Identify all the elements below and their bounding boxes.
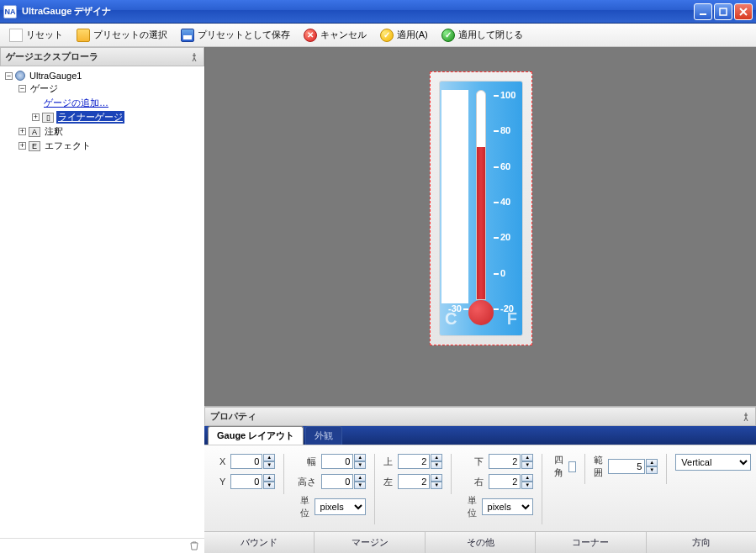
window-title: UltraGauge デザイナ — [22, 5, 694, 18]
select-preset-label: プリセットの選択 — [93, 29, 167, 41]
toolbar: リセット プリセットの選択 プリセットとして保存 ✕ キャンセル ✓ 適用(A)… — [0, 24, 756, 47]
folder-open-icon — [77, 29, 90, 42]
spin-up[interactable]: ▲ — [354, 454, 366, 461]
label-right: 右 — [474, 476, 484, 488]
tab-gauge-layout[interactable]: Gauge レイアウト — [208, 426, 304, 445]
tree-root[interactable]: − UltraGauge1 — [5, 70, 203, 82]
expander-icon[interactable]: + — [19, 142, 26, 150]
select-unit-bounds[interactable]: pixels — [315, 498, 367, 515]
apply-close-icon: ✓ — [441, 29, 455, 42]
save-preset-label: プリセットとして保存 — [198, 29, 290, 41]
tree-add-gauge[interactable]: ゲージの追加… — [32, 96, 203, 110]
maximize-button[interactable] — [714, 3, 732, 20]
select-orientation[interactable]: Vertical — [675, 454, 751, 471]
thermometer-bulb — [468, 300, 494, 325]
spin-up[interactable]: ▲ — [431, 454, 442, 461]
reset-button[interactable]: リセット — [3, 26, 69, 45]
spin-down[interactable]: ▼ — [646, 466, 658, 474]
tick-c: 0 — [441, 212, 468, 222]
cancel-label: キャンセル — [320, 29, 367, 41]
spin-down[interactable]: ▼ — [431, 461, 442, 469]
thermometer-stem — [476, 90, 486, 300]
expander-icon[interactable]: + — [19, 128, 26, 135]
close-button[interactable] — [734, 3, 753, 20]
apply-icon: ✓ — [380, 29, 394, 42]
expander-icon[interactable]: + — [32, 113, 40, 121]
spin-up[interactable]: ▲ — [646, 459, 658, 466]
fahrenheit-scale: 100806040200-20 — [494, 90, 521, 303]
input-x[interactable] — [230, 454, 262, 469]
select-unit-margin[interactable]: pixels — [482, 498, 534, 515]
input-top[interactable] — [398, 454, 430, 469]
gauge-root-icon — [15, 71, 25, 81]
input-height[interactable] — [321, 474, 353, 489]
spin-up[interactable]: ▲ — [521, 454, 533, 461]
cat-corner[interactable]: コーナー — [536, 532, 646, 553]
unit-c-label: C — [445, 309, 457, 329]
input-right[interactable] — [489, 474, 521, 489]
expander-icon[interactable]: − — [19, 85, 26, 92]
tick-f: 80 — [494, 125, 521, 135]
select-preset-button[interactable]: プリセットの選択 — [71, 26, 173, 45]
spin-down[interactable]: ▼ — [354, 482, 366, 489]
group-orientation: Vertical — [667, 454, 756, 476]
gauge-selection[interactable]: 403020100-10-20-30 100806040200-20 C F — [430, 71, 532, 345]
gauge-explorer-panel: ゲージエクスプローラ − UltraGauge1 − — [0, 47, 204, 553]
checkbox-square[interactable] — [568, 461, 576, 472]
label-unit-margin: 単位 — [460, 494, 476, 519]
label-height: 高さ — [298, 476, 316, 488]
spin-up[interactable]: ▲ — [521, 474, 533, 482]
design-canvas[interactable]: 403020100-10-20-30 100806040200-20 C F — [204, 47, 756, 406]
group-square: 四角 — [542, 454, 585, 484]
trash-icon[interactable] — [189, 540, 199, 552]
input-width[interactable] — [321, 454, 353, 469]
save-preset-button[interactable]: プリセットとして保存 — [175, 26, 296, 45]
spin-up[interactable]: ▲ — [263, 454, 275, 461]
spin-down[interactable]: ▼ — [521, 461, 533, 469]
input-y[interactable] — [230, 474, 262, 489]
pin-icon[interactable] — [742, 413, 750, 421]
spin-down[interactable]: ▼ — [354, 461, 366, 469]
cat-other[interactable]: その他 — [426, 532, 536, 553]
add-gauge-link[interactable]: ゲージの追加… — [42, 97, 110, 109]
linear-gauge-icon: ▯ — [42, 113, 54, 123]
explorer-header: ゲージエクスプローラ — [0, 47, 204, 66]
pin-icon[interactable] — [190, 53, 198, 61]
cancel-button[interactable]: ✕ キャンセル — [298, 26, 373, 45]
minimize-button[interactable] — [694, 3, 712, 20]
spin-up[interactable]: ▲ — [263, 474, 275, 482]
tick-c: 40 — [441, 90, 468, 100]
apply-button[interactable]: ✓ 適用(A) — [374, 26, 434, 45]
input-left[interactable] — [398, 474, 430, 489]
input-bottom[interactable] — [489, 454, 521, 469]
spin-up[interactable]: ▲ — [431, 474, 442, 482]
thermometer-fill — [477, 147, 485, 299]
svg-rect-1 — [720, 8, 727, 15]
spin-down[interactable]: ▼ — [431, 482, 442, 489]
tree-linear-gauge[interactable]: + ▯ ライナーゲージ — [32, 110, 203, 124]
gauge-tree[interactable]: − UltraGauge1 − ゲージ — [0, 66, 204, 538]
input-extent[interactable] — [608, 459, 645, 474]
cat-bounds[interactable]: バウンド — [204, 532, 315, 553]
group-margin-br: 下 ▲▼ 右 ▲▼ 単位 pixels — [452, 454, 542, 524]
expander-icon[interactable]: − — [5, 72, 13, 80]
label-square: 四角 — [551, 454, 563, 479]
cat-margin[interactable]: マージン — [315, 532, 425, 553]
tree-effects[interactable]: + E エフェクト — [19, 139, 203, 153]
tick-c: -20 — [441, 273, 468, 283]
spin-up[interactable]: ▲ — [354, 474, 366, 482]
spin-down[interactable]: ▼ — [263, 482, 275, 489]
spin-down[interactable]: ▼ — [263, 461, 275, 469]
group-margin-tl: 上 ▲▼ 左 ▲▼ — [375, 454, 452, 494]
properties-tabbar: Gauge レイアウト 外観 — [204, 426, 756, 445]
tick-f: 20 — [494, 232, 521, 242]
spin-down[interactable]: ▼ — [521, 482, 533, 489]
tree-annotations[interactable]: + A 注釈 — [19, 124, 203, 139]
reset-label: リセット — [26, 29, 63, 41]
cat-direction[interactable]: 方向 — [647, 532, 756, 553]
tree-gauges[interactable]: − ゲージ — [19, 82, 203, 96]
apply-close-button[interactable]: ✓ 適用して閉じる — [436, 26, 529, 45]
label-y: Y — [219, 477, 225, 487]
tab-appearance[interactable]: 外観 — [305, 426, 342, 445]
properties-panel: プロパティ Gauge レイアウト 外観 X ▲▼ Y — [204, 406, 756, 553]
